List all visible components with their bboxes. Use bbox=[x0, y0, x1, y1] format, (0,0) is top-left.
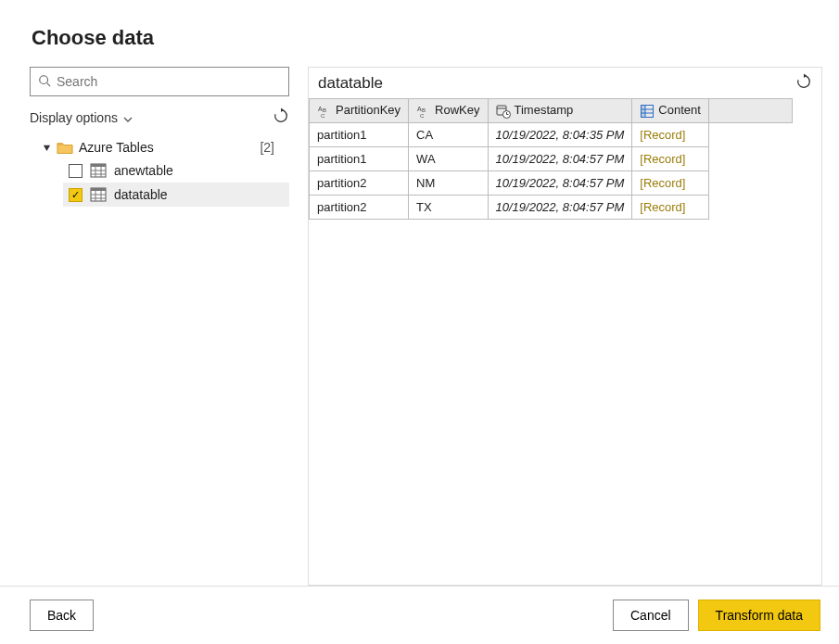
table-cell[interactable]: WA bbox=[409, 147, 488, 171]
display-options-label: Display options bbox=[30, 110, 118, 125]
column-header[interactable]: Content bbox=[632, 99, 709, 123]
footer: Back Cancel Transform data bbox=[0, 586, 839, 644]
cell-value: NM bbox=[416, 176, 435, 190]
table-cell[interactable]: CA bbox=[409, 123, 488, 147]
column-header-blank bbox=[708, 99, 792, 123]
column-header-label: RowKey bbox=[435, 103, 479, 117]
tree-item-label: datatable bbox=[114, 187, 168, 202]
chevron-down-icon bbox=[123, 110, 133, 125]
back-button[interactable]: Back bbox=[30, 600, 94, 631]
preview-table: ABCPartitionKeyABCRowKeyTimestampContent… bbox=[309, 98, 793, 220]
preview-pane: datatable ABCPartitionKeyABCRowKeyTimest… bbox=[308, 67, 822, 586]
tree-folder-count: [2] bbox=[260, 140, 284, 155]
abc-type-icon: ABC bbox=[416, 104, 431, 119]
table-cell[interactable]: partition2 bbox=[310, 171, 409, 196]
column-header-label: Content bbox=[658, 103, 701, 117]
tree-item[interactable]: datatable bbox=[63, 183, 289, 207]
svg-rect-9 bbox=[91, 188, 106, 191]
search-icon bbox=[38, 74, 57, 90]
table-cell[interactable]: partition1 bbox=[310, 147, 409, 171]
column-header[interactable]: Timestamp bbox=[488, 99, 632, 123]
cell-value: CA bbox=[416, 128, 433, 142]
page-title: Choose data bbox=[0, 0, 839, 67]
table-cell[interactable]: 10/19/2022, 8:04:57 PM bbox=[488, 147, 632, 171]
svg-point-0 bbox=[40, 75, 48, 83]
table-cell[interactable]: [Record] bbox=[632, 123, 709, 147]
folder-icon bbox=[57, 141, 73, 154]
cancel-button[interactable]: Cancel bbox=[613, 600, 689, 631]
table-cell[interactable]: 10/19/2022, 8:04:57 PM bbox=[488, 171, 632, 196]
cell-value: [Record] bbox=[640, 152, 685, 166]
svg-text:C: C bbox=[321, 113, 325, 119]
table-cell[interactable]: 10/19/2022, 8:04:57 PM bbox=[488, 196, 632, 220]
table-icon bbox=[90, 163, 107, 178]
svg-line-1 bbox=[47, 82, 51, 86]
svg-text:C: C bbox=[420, 113, 425, 119]
cell-value: 10/19/2022, 8:04:57 PM bbox=[496, 152, 625, 166]
column-header[interactable]: ABCRowKey bbox=[409, 99, 488, 123]
cell-value: 10/19/2022, 8:04:57 PM bbox=[496, 176, 625, 190]
tree-item-checkbox[interactable] bbox=[69, 164, 83, 178]
tree-item-label: anewtable bbox=[114, 163, 173, 178]
preview-title: datatable bbox=[318, 74, 383, 93]
navigator-pane: Display options Azure T bbox=[30, 67, 308, 586]
table-cell[interactable]: partition2 bbox=[310, 196, 409, 220]
datetime-type-icon bbox=[496, 104, 511, 119]
tree-item[interactable]: anewtable bbox=[63, 158, 289, 183]
abc-type-icon: ABC bbox=[317, 104, 332, 119]
table-cell[interactable]: [Record] bbox=[632, 147, 709, 171]
refresh-navigator-button[interactable] bbox=[273, 107, 289, 127]
table-icon bbox=[90, 187, 107, 202]
search-input-wrapper[interactable] bbox=[30, 67, 289, 96]
table-row[interactable]: partition2NM10/19/2022, 8:04:57 PM[Recor… bbox=[310, 171, 793, 196]
cell-value: partition2 bbox=[317, 200, 366, 214]
cell-value: TX bbox=[416, 200, 432, 214]
transform-data-button[interactable]: Transform data bbox=[698, 600, 820, 631]
column-header-label: PartitionKey bbox=[336, 103, 400, 117]
table-row[interactable]: partition1CA10/19/2022, 8:04:35 PM[Recor… bbox=[310, 123, 793, 147]
table-cell[interactable]: [Record] bbox=[632, 171, 709, 196]
cell-value: partition2 bbox=[317, 176, 366, 190]
svg-rect-29 bbox=[642, 105, 646, 117]
column-header[interactable]: ABCPartitionKey bbox=[310, 99, 409, 123]
table-cell[interactable]: NM bbox=[409, 171, 488, 196]
cell-value: partition1 bbox=[317, 128, 366, 142]
tree-item-checkbox[interactable] bbox=[69, 188, 83, 202]
cell-value: [Record] bbox=[640, 128, 685, 142]
tree-folder-azure-tables[interactable]: Azure Tables [2] bbox=[37, 136, 289, 158]
table-cell[interactable]: TX bbox=[409, 196, 488, 220]
display-options-dropdown[interactable]: Display options bbox=[30, 110, 133, 125]
record-type-icon bbox=[640, 104, 655, 119]
column-header-label: Timestamp bbox=[515, 103, 574, 117]
table-cell[interactable]: [Record] bbox=[632, 196, 709, 220]
cell-value: [Record] bbox=[640, 176, 685, 190]
collapse-triangle-icon bbox=[43, 140, 51, 155]
cell-value: 10/19/2022, 8:04:57 PM bbox=[496, 200, 625, 214]
svg-rect-3 bbox=[91, 164, 106, 167]
refresh-preview-button[interactable] bbox=[795, 73, 812, 93]
tree-folder-label: Azure Tables bbox=[79, 140, 154, 155]
table-cell[interactable]: 10/19/2022, 8:04:35 PM bbox=[488, 123, 632, 147]
cell-value: partition1 bbox=[317, 152, 366, 166]
cell-value: 10/19/2022, 8:04:35 PM bbox=[496, 128, 625, 142]
table-cell[interactable]: partition1 bbox=[310, 123, 409, 147]
table-row[interactable]: partition1WA10/19/2022, 8:04:57 PM[Recor… bbox=[310, 147, 793, 171]
table-row[interactable]: partition2TX10/19/2022, 8:04:57 PM[Recor… bbox=[310, 196, 793, 220]
search-input[interactable] bbox=[57, 74, 281, 89]
cell-value: [Record] bbox=[640, 200, 685, 214]
cell-value: WA bbox=[416, 152, 435, 166]
